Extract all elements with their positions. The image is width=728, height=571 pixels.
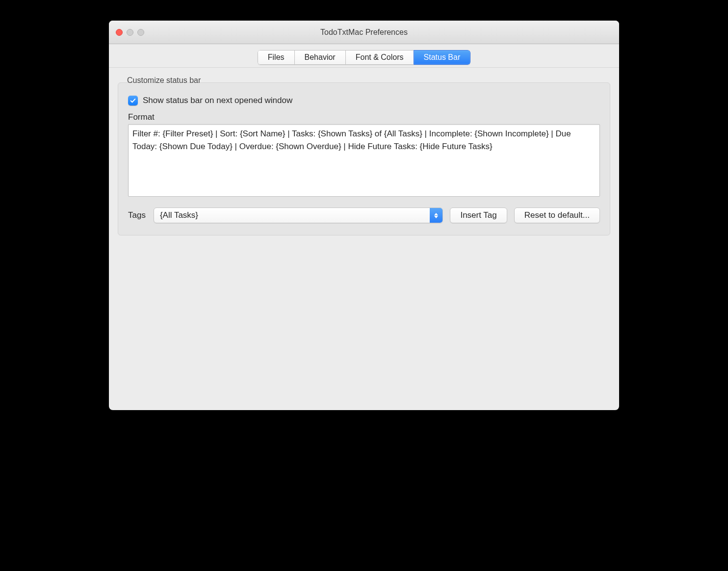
check-icon — [130, 97, 136, 104]
format-label: Format — [128, 112, 600, 122]
preferences-window: TodoTxtMac Preferences Files Behavior Fo… — [109, 21, 619, 410]
window-controls — [109, 29, 144, 36]
customize-status-bar-group: Customize status bar Show status bar on … — [118, 82, 610, 235]
tags-select-value: {All Tasks} — [154, 208, 443, 223]
tab-status-bar[interactable]: Status Bar — [414, 50, 471, 65]
tab-behavior[interactable]: Behavior — [294, 50, 345, 65]
show-statusbar-checkbox[interactable] — [128, 96, 138, 105]
zoom-icon[interactable] — [137, 29, 144, 36]
window-title: TodoTxtMac Preferences — [109, 28, 619, 37]
tabs: Files Behavior Font & Colors Status Bar — [258, 50, 470, 65]
insert-tag-button[interactable]: Insert Tag — [450, 208, 507, 223]
tags-select[interactable]: {All Tasks} — [154, 208, 443, 223]
tab-bar: Files Behavior Font & Colors Status Bar — [109, 44, 619, 68]
tags-label: Tags — [128, 210, 146, 220]
reset-default-button[interactable]: Reset to default... — [514, 208, 600, 223]
tab-font-colors[interactable]: Font & Colors — [345, 50, 414, 65]
titlebar: TodoTxtMac Preferences — [109, 21, 619, 44]
close-icon[interactable] — [116, 29, 123, 36]
group-label: Customize status bar — [125, 76, 203, 85]
show-statusbar-label: Show status bar on next opened window — [143, 96, 292, 105]
show-statusbar-row: Show status bar on next opened window — [128, 96, 600, 105]
tab-files[interactable]: Files — [258, 50, 294, 65]
minimize-icon[interactable] — [127, 29, 133, 36]
content-area: Customize status bar Show status bar on … — [109, 68, 619, 410]
format-textarea[interactable] — [128, 124, 600, 197]
chevron-up-down-icon — [430, 208, 442, 223]
tags-row: Tags {All Tasks} Insert Tag Reset to def… — [128, 208, 600, 223]
